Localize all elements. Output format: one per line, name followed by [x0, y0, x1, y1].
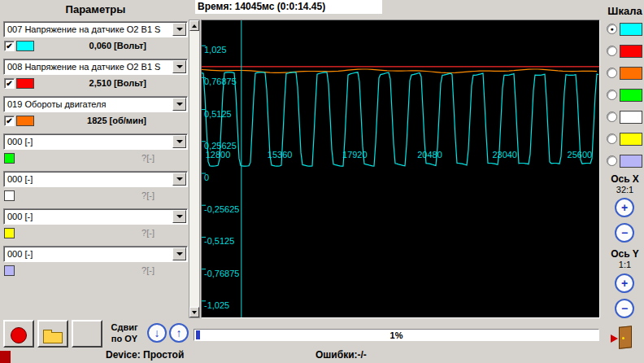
svg-text:1,025: 1,025 — [204, 45, 227, 55]
oy-shift-line2: по OY — [111, 334, 137, 343]
channel-1-select[interactable]: 008 Напряжение на датчике O2 B1 S — [3, 59, 188, 75]
channel-4-select-value: 000 [-] — [7, 174, 171, 184]
channel-3-value-row: ?[-] — [0, 152, 191, 165]
scale-row-0: ● — [606, 23, 644, 37]
axis-x-zoom-out-button[interactable]: − — [615, 223, 634, 243]
shift-down-button[interactable]: ↓ — [147, 323, 167, 343]
axis-x-label: Ось X — [606, 173, 644, 185]
channel-3-select-value: 000 [-] — [7, 137, 171, 147]
exit-button[interactable] — [611, 325, 637, 351]
channel-0-select[interactable]: 007 Напряжение на датчике O2 B1 S — [3, 21, 188, 37]
minus-icon: − — [621, 302, 628, 315]
arrow-down-icon — [192, 311, 197, 314]
progress-label: 1% — [194, 330, 598, 340]
shift-up-button[interactable]: ↑ — [169, 323, 189, 343]
channel-4-select[interactable]: 000 [-] — [3, 171, 188, 187]
channel-0-value: 0,060 [Вольт] — [89, 41, 146, 50]
scale-radio-4[interactable] — [607, 112, 617, 122]
axis-x-scale: 32:1 — [606, 185, 644, 195]
channel-2-checkbox[interactable]: ✔ — [4, 116, 15, 126]
oy-shift-line1: Сдвиг — [111, 322, 137, 332]
chevron-down-icon[interactable] — [172, 98, 186, 111]
check-icon: ✔ — [5, 79, 14, 88]
svg-text:-0,25625: -0,25625 — [204, 204, 239, 214]
oscilloscope-plot[interactable]: 1,0250,768750,51250,256250-0,25625-0,512… — [202, 20, 599, 317]
scale-radio-1[interactable] — [607, 46, 617, 56]
channel-3-select[interactable]: 000 [-] — [3, 133, 188, 150]
svg-text:15360: 15360 — [268, 150, 293, 160]
channel-6-select[interactable]: 000 [-] — [3, 246, 188, 262]
chevron-down-icon — [176, 215, 183, 218]
channel-2-color-swatch — [16, 116, 34, 126]
channel-3-color-swatch — [4, 153, 15, 164]
open-file-button[interactable] — [37, 320, 68, 348]
chevron-down-icon[interactable] — [172, 60, 186, 73]
chevron-down-icon[interactable] — [172, 210, 186, 223]
scroll-up-button[interactable] — [189, 20, 199, 31]
check-icon: ✔ — [5, 116, 14, 125]
channel-1-checkbox[interactable]: ✔ — [4, 78, 15, 89]
blank-tool-button[interactable] — [72, 320, 102, 348]
door-icon — [619, 326, 632, 349]
svg-text:12800: 12800 — [206, 150, 231, 160]
channel-0-checkbox[interactable]: ✔ — [4, 41, 15, 51]
channel-2-value-row: ✔ 1825 [об/мин] — [0, 115, 191, 128]
channel-5-select[interactable]: 000 [-] — [3, 208, 188, 225]
channel-4-value: ?[-] — [141, 190, 154, 200]
scroll-down-button[interactable] — [189, 307, 199, 317]
chevron-down-icon[interactable] — [172, 247, 186, 260]
time-readout: Время: 14045мс (0:0:14.45) — [195, 0, 382, 14]
chevron-down-icon — [176, 140, 183, 143]
arrow-up-icon — [192, 24, 197, 28]
channel-6-value: ?[-] — [141, 265, 154, 275]
scale-color-4[interactable] — [620, 111, 642, 124]
channel-1-value-row: ✔ 2,510 [Вольт] — [0, 77, 191, 90]
axis-y-zoom-in-button[interactable]: + — [615, 273, 634, 293]
channel-0-value-row: ✔ 0,060 [Вольт] — [0, 40, 191, 53]
scale-radio-0[interactable]: ● — [607, 24, 617, 34]
parameters-title: Параметры — [0, 3, 191, 15]
record-button[interactable] — [3, 320, 34, 348]
scale-radio-2[interactable] — [607, 68, 617, 78]
chevron-down-icon[interactable] — [172, 135, 186, 148]
scale-row-6 — [606, 155, 644, 168]
scale-title: Шкала — [606, 5, 644, 17]
chevron-down-icon[interactable] — [172, 23, 186, 36]
oy-shift-label: Сдвиг по OY — [104, 321, 145, 344]
plus-icon: + — [621, 277, 628, 290]
channel-2-select-value: 019 Обороты двигателя — [7, 99, 171, 109]
arrow-down-icon: ↓ — [154, 326, 160, 339]
exit-arrow-icon — [611, 335, 618, 343]
chevron-down-icon — [176, 103, 183, 106]
axis-y-zoom-out-button[interactable]: − — [615, 299, 634, 318]
scale-radio-5[interactable] — [607, 133, 617, 144]
chevron-down-icon — [176, 28, 183, 31]
channel-6-value-row: ?[-] — [0, 265, 191, 278]
axis-y-label: Ось Y — [606, 248, 644, 260]
folder-icon — [43, 332, 63, 343]
scale-radio-3[interactable] — [607, 90, 617, 100]
scale-color-0[interactable] — [620, 23, 642, 36]
scale-color-1[interactable] — [620, 45, 642, 58]
channel-2-select[interactable]: 019 Обороты двигателя — [3, 96, 188, 112]
scale-color-3[interactable] — [620, 89, 642, 102]
svg-text:20480: 20480 — [417, 150, 442, 160]
vertical-scrollbar[interactable] — [189, 20, 200, 318]
timeline-progress-bar[interactable]: 1% — [194, 329, 599, 341]
chart-frame: 1,0250,768750,51250,256250-0,25625-0,512… — [201, 20, 600, 318]
axis-x-zoom-in-button[interactable]: + — [615, 198, 634, 217]
chevron-down-icon[interactable] — [172, 173, 186, 186]
channel-4-value-row: ?[-] — [0, 190, 191, 203]
scale-row-1 — [606, 45, 644, 59]
channel-3-value: ?[-] — [141, 153, 154, 163]
svg-text:-1,025: -1,025 — [204, 300, 229, 310]
chevron-down-icon — [176, 252, 183, 256]
channel-6-color-swatch — [4, 265, 15, 276]
scale-color-6[interactable] — [620, 155, 642, 168]
scale-color-2[interactable] — [620, 67, 642, 80]
scale-color-5[interactable] — [620, 133, 642, 146]
scale-radio-6[interactable] — [607, 155, 617, 166]
check-icon: ✔ — [5, 42, 14, 50]
channel-1-select-value: 008 Напряжение на датчике O2 B1 S — [7, 62, 171, 72]
motor-tester-app: Параметры 007 Напряжение на датчике O2 B… — [0, 0, 644, 363]
